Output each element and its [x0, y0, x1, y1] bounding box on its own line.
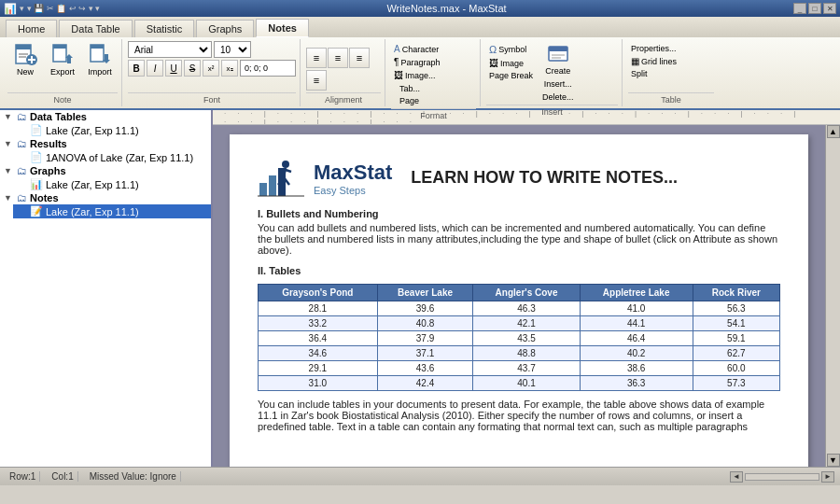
subscript-button[interactable]: x₂ [221, 60, 238, 77]
split-label: Split [631, 69, 648, 78]
results-label: Results [30, 138, 67, 149]
paragraph-button[interactable]: ¶ Paragraph [391, 56, 442, 68]
svg-rect-10 [91, 45, 104, 49]
left-panel: ▼ 🗂 Data Tables 📄 Lake (Zar, Exp 11.1) ▼… [0, 110, 213, 467]
graph-icon: 📊 [30, 178, 43, 190]
lake3-label: Lake (Zar, Exp 11.1) [46, 206, 139, 217]
color-picker[interactable]: 0; 0; 0 [240, 60, 296, 77]
bullets-body: You can add bullets and numbered lists, … [258, 222, 780, 256]
character-button[interactable]: A Character [391, 43, 441, 55]
expand-icon: ▼ [4, 112, 17, 121]
ribbon: New Export [0, 37, 840, 110]
svg-rect-12 [549, 47, 567, 51]
tab-notes[interactable]: Notes [256, 19, 309, 37]
align-right-button[interactable]: ≡ [349, 48, 370, 68]
import-label: Import [88, 67, 112, 77]
statusbar: Row:1 Col:1 Missed Value: Ignore ◄ ► [0, 467, 840, 485]
tree-item-datatables[interactable]: ▼ 🗂 Data Tables [0, 110, 211, 123]
maximize-button[interactable]: □ [808, 3, 821, 14]
th-anglers: Angler's Cove [473, 285, 580, 301]
insert-image-label: Image [500, 59, 524, 68]
table-row: 28.139.646.341.056.3 [259, 301, 780, 316]
window-controls[interactable]: _ □ ✕ [793, 3, 836, 14]
align-justify-button[interactable]: ≡ [306, 70, 327, 91]
scroll-up-button[interactable]: ▲ [827, 125, 840, 138]
close-button[interactable]: ✕ [823, 3, 836, 14]
tree-item-lake3[interactable]: 📝 Lake (Zar, Exp 11.1) [13, 204, 211, 218]
italic-button[interactable]: I [147, 60, 163, 77]
font-controls: Arial 10 B I U S x² x₂ 0; 0; 0 [128, 41, 296, 91]
align-buttons: ≡ ≡ ≡ ≡ [306, 41, 381, 91]
image-button[interactable]: 🖼 Image... [391, 69, 439, 81]
align-center-button[interactable]: ≡ [328, 48, 348, 68]
import-button[interactable]: Import [82, 41, 118, 78]
scroll-left-button[interactable]: ◄ [730, 471, 743, 483]
delete-button[interactable]: Delete... [539, 91, 577, 103]
doc-wrapper[interactable]: MaxStat Easy Steps LEARN HOW TO WRITE NO… [213, 125, 825, 467]
title-icons: 📊 ▾ ▾ 💾 ✂ 📋 ↩ ↪ ▾ ▾ [4, 3, 100, 15]
section-tables: II. Tables Grayson's Pond Beaver Lake An… [258, 265, 780, 432]
tab-datatable[interactable]: Data Table [59, 20, 132, 37]
gridlines-button[interactable]: ▦ Grid lines [628, 55, 679, 67]
symbol-label: Symbol [498, 45, 526, 54]
new-label: New [17, 67, 34, 77]
page-break-button[interactable]: Page Break [486, 70, 536, 81]
content-area: ···|···|···|···|···|···|···|···|···|···|… [213, 110, 840, 467]
export-button[interactable]: Export [45, 41, 80, 78]
format-items: A Character ¶ Paragraph 🖼 Image... [391, 41, 476, 81]
insert-items: Ω Symbol 🖼 Image Page Break [486, 41, 618, 103]
missed-value-status: Missed Value: Ignore [86, 471, 181, 482]
scroll-down-button[interactable]: ▼ [827, 454, 840, 467]
superscript-button[interactable]: x² [203, 60, 219, 77]
font-size-select[interactable]: 10 [214, 41, 251, 58]
notes-label: Notes [30, 192, 59, 203]
tree-item-results[interactable]: ▼ 🗂 Results [0, 137, 211, 150]
font-family-select[interactable]: Arial [128, 41, 212, 58]
table-row: 31.042.440.136.357.3 [259, 376, 780, 391]
tree-item-lake2[interactable]: 📊 Lake (Zar, Exp 11.1) [13, 177, 211, 191]
tab-graphs[interactable]: Graphs [196, 20, 254, 37]
scroll-right-button[interactable]: ► [821, 471, 834, 483]
expand-icon3: ▼ [4, 139, 17, 148]
new-button[interactable]: New [7, 41, 43, 78]
character-label: Character [402, 45, 440, 54]
ribbon-group-font: Arial 10 B I U S x² x₂ 0; 0; 0 Font [124, 39, 301, 106]
page-button[interactable]: Page [397, 95, 476, 106]
table-group-label: Table [628, 92, 714, 105]
tables-body: You can include tables in your documents… [258, 399, 780, 432]
tab-statistic[interactable]: Statistic [134, 20, 195, 37]
insert-group-label: Insert [486, 105, 618, 117]
tree-item-anova[interactable]: 📄 1ANOVA of Lake (Zar, Exp 11.1) [13, 150, 211, 164]
underline-button[interactable]: U [165, 60, 182, 77]
right-scrollbar[interactable]: ▲ ▼ [825, 125, 840, 467]
insert-image-button[interactable]: 🖼 Image [486, 57, 536, 69]
character-icon: A [394, 44, 400, 54]
properties-button[interactable]: Properties... [628, 43, 679, 54]
image-label: Image... [405, 71, 436, 80]
color-value: 0; 0; 0 [245, 63, 268, 73]
split-button[interactable]: Split [628, 68, 651, 79]
symbol-button[interactable]: Ω Symbol [486, 43, 536, 56]
tree-item-lake1[interactable]: 📄 Lake (Zar, Exp 11.1) [13, 123, 211, 137]
th-appletree: Appletree Lake [580, 285, 693, 301]
data-table: Grayson's Pond Beaver Lake Angler's Cove… [258, 284, 780, 391]
insert-table-button[interactable]: Insert... [541, 78, 575, 90]
ribbon-group-note: New Export [4, 39, 122, 106]
paragraph-icon: ¶ [394, 57, 399, 67]
svg-rect-8 [53, 45, 66, 49]
notes-folder-icon: 🗂 [17, 192, 27, 203]
create-button[interactable]: Create [541, 45, 575, 77]
strikethrough-button[interactable]: S [184, 60, 201, 77]
bold-button[interactable]: B [128, 60, 145, 77]
tab-button[interactable]: Tab... [397, 83, 476, 94]
minimize-button[interactable]: _ [793, 3, 806, 14]
horizontal-scrollbar[interactable] [745, 473, 819, 481]
window-title: WriteNotes.max - MaxStat [386, 3, 506, 14]
logo-area: MaxStat Easy Steps LEARN HOW TO WRITE NO… [258, 157, 780, 199]
align-left-button[interactable]: ≡ [306, 48, 327, 68]
graphs-folder-icon: 🗂 [17, 165, 27, 176]
tree-item-notes[interactable]: ▼ 🗂 Notes [0, 191, 211, 204]
new-icon [13, 43, 37, 67]
tab-home[interactable]: Home [6, 20, 57, 37]
tree-item-graphs[interactable]: ▼ 🗂 Graphs [0, 164, 211, 177]
